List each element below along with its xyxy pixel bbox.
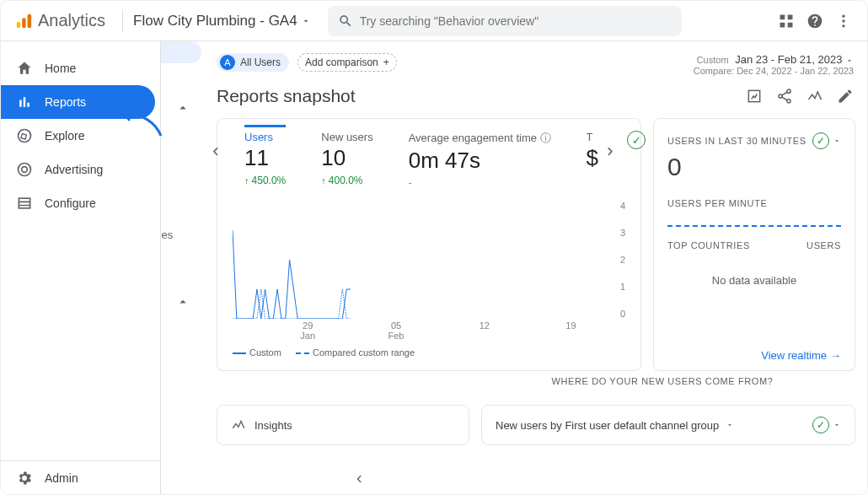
svg-point-12 [22, 167, 28, 173]
realtime-value: 0 [667, 153, 841, 181]
caret-down-icon [845, 56, 854, 65]
metric-tab-newusers[interactable]: New users 10 400.0% [321, 131, 389, 190]
svg-point-9 [842, 24, 844, 27]
insights-card[interactable]: Insights [217, 405, 469, 445]
svg-point-11 [19, 164, 31, 176]
sidebar-item-label: Reports [45, 95, 86, 109]
metric-delta: - [409, 177, 551, 189]
sidebar-item-advertising[interactable]: Advertising [1, 153, 160, 186]
property-selector[interactable]: Flow City Plumbing - GA4 [133, 13, 311, 30]
plus-icon: + [383, 56, 389, 68]
metric-tab-cutoff[interactable]: T $ [587, 131, 603, 175]
audience-pill[interactable]: A All Users [217, 53, 289, 72]
no-data-label: No data available [667, 274, 841, 287]
metric-value: 10 [321, 145, 372, 171]
svg-rect-5 [780, 22, 785, 27]
insights-icon[interactable] [806, 88, 823, 105]
metric-delta: 450.0% [244, 175, 286, 186]
minute-sparkline [667, 225, 841, 227]
realtime-card: USERS IN LAST 30 MINUTES ✓ 0 USERS PER M… [653, 118, 855, 371]
svg-rect-0 [17, 21, 21, 27]
metric-delta: 400.0% [321, 175, 372, 186]
svg-rect-13 [19, 198, 29, 208]
caret-down-icon [833, 137, 841, 145]
share-icon[interactable] [776, 88, 793, 105]
property-name: Flow City Plumbing - GA4 [133, 13, 297, 30]
bar-chart-icon [16, 94, 33, 110]
metric-label: Users [244, 125, 286, 143]
arrow-right-icon: → [830, 349, 841, 362]
search-input[interactable] [360, 14, 672, 28]
chart-legend: Custom Compared custom range [233, 347, 625, 358]
date-range-picker[interactable]: Custom Jan 23 - Feb 21, 2023 [694, 53, 854, 66]
search-icon [338, 13, 353, 29]
svg-point-10 [19, 130, 31, 143]
more-vert-icon[interactable] [835, 13, 852, 30]
realtime-sub: USERS PER MINUTE [667, 198, 841, 208]
add-comparison-label: Add comparison [305, 56, 378, 68]
col-countries: TOP COUNTRIES [667, 240, 750, 250]
svg-line-20 [782, 92, 788, 95]
col-users: USERS [806, 240, 841, 250]
help-icon: ⓘ [540, 132, 551, 144]
edit-icon[interactable] [837, 88, 854, 105]
sidebar-item-label: Configure [45, 196, 96, 210]
caret-down-icon [301, 16, 311, 26]
insights-label: Insights [255, 419, 292, 432]
date-range: Jan 23 - Feb 21, 2023 [735, 53, 842, 66]
sidebar-item-label: Explore [45, 129, 84, 143]
svg-line-21 [782, 97, 788, 100]
scroll-left-button[interactable]: ‹ [206, 141, 226, 161]
gear-icon [16, 470, 33, 487]
status-dropdown[interactable]: ✓ [812, 132, 841, 149]
explore-icon [16, 127, 33, 144]
svg-rect-3 [780, 14, 785, 19]
svg-rect-6 [788, 22, 793, 27]
status-check-icon: ✓ [627, 131, 646, 149]
caret-down-icon [833, 421, 841, 429]
chevron-left-icon[interactable]: ‹ [356, 468, 362, 487]
sidebar-item-reports[interactable]: Reports [1, 85, 155, 119]
metric-label: Average engagement time ⓘ [409, 131, 551, 146]
sidebar-item-configure[interactable]: Configure [1, 186, 160, 220]
date-prefix: Custom [697, 55, 729, 65]
metric-value: 11 [244, 145, 286, 171]
search-input-wrapper[interactable] [328, 6, 682, 36]
svg-point-7 [842, 14, 844, 17]
sidebar-item-home[interactable]: Home [1, 51, 160, 85]
sidebar-item-label: Advertising [45, 163, 103, 176]
add-comparison-button[interactable]: Add comparison + [297, 53, 397, 72]
timeseries-chart: 43210 29Jan05Feb1219 [233, 201, 625, 327]
target-icon [16, 161, 33, 178]
check-icon: ✓ [812, 417, 829, 433]
sidebar-item-admin[interactable]: Admin [1, 460, 160, 494]
status-dropdown[interactable]: ✓ [812, 417, 841, 433]
home-icon [16, 60, 33, 77]
svg-rect-4 [788, 14, 793, 19]
metric-value: 0m 47s [409, 148, 551, 174]
metric-tab-engagement[interactable]: Average engagement time ⓘ 0m 47s - [409, 131, 568, 192]
divider [122, 9, 123, 33]
cutoff-text: ses [161, 229, 173, 241]
insights-icon [231, 417, 246, 433]
svg-rect-1 [22, 18, 26, 28]
customize-icon[interactable] [746, 88, 763, 105]
view-realtime-link[interactable]: View realtime → [667, 315, 841, 362]
analytics-logo-icon [14, 12, 33, 30]
help-icon[interactable] [806, 13, 823, 30]
chevron-up-icon[interactable] [175, 100, 190, 116]
chevron-up-icon[interactable] [175, 294, 190, 309]
page-title: Reports snapshot [217, 86, 356, 106]
check-icon: ✓ [812, 132, 829, 149]
sidebar-item-explore[interactable]: Explore [1, 119, 160, 153]
brand-label: Analytics [38, 11, 105, 30]
svg-point-8 [842, 19, 844, 22]
sidebar-item-label: Home [45, 62, 76, 75]
metric-tab-users[interactable]: Users 11 450.0% [244, 131, 303, 190]
sidebar: Home Reports Explore Advertising Configu… [1, 41, 161, 494]
apps-icon[interactable] [778, 13, 795, 30]
compare-range: Compare: Dec 24, 2022 - Jan 22, 2023 [694, 66, 854, 76]
new-users-card: New users by First user default channel … [481, 405, 855, 445]
dimension-selector[interactable]: New users by First user default channel … [496, 419, 734, 432]
audience-badge: A [220, 55, 235, 70]
